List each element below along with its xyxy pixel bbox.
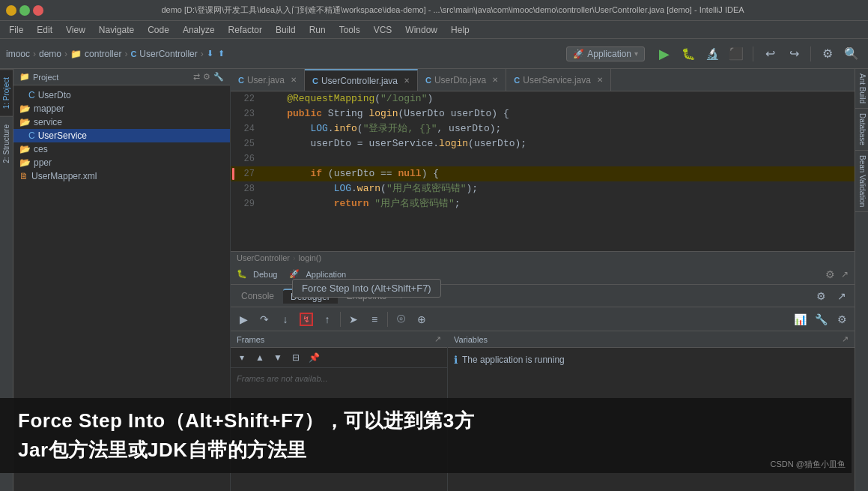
- toolbar-separator-2: [810, 46, 811, 61]
- tree-item-usermapper-xml[interactable]: 🗎 UserMapper.xml: [13, 169, 230, 183]
- sidebar-settings-icon[interactable]: 🔧: [213, 72, 224, 82]
- tab-userservice-java[interactable]: C UserService.java ✕: [506, 69, 611, 91]
- debug-app-label[interactable]: Application: [306, 270, 346, 279]
- memory-view-button[interactable]: 📊: [790, 310, 810, 329]
- breadcrumb-imooc[interactable]: imooc: [6, 49, 30, 59]
- menu-file[interactable]: File: [3, 23, 29, 37]
- java-class-icon: C: [312, 76, 318, 85]
- info-icon: ℹ: [454, 354, 458, 366]
- console-tab[interactable]: Console: [234, 289, 282, 303]
- run-with-coverage-button[interactable]: 🔬: [702, 43, 723, 64]
- frames-down-button[interactable]: ▼: [270, 349, 286, 366]
- close-tab-userdto[interactable]: ✕: [492, 76, 498, 84]
- step-out-button[interactable]: ↑: [318, 310, 337, 329]
- debug-separator-1: [340, 312, 341, 327]
- run-config-label: Application: [587, 49, 631, 59]
- tree-item-userdto[interactable]: C UserDto: [13, 88, 230, 102]
- run-to-cursor-button[interactable]: ➤: [344, 310, 363, 329]
- menu-vcs[interactable]: VCS: [368, 23, 398, 37]
- debug-settings-icon[interactable]: ⚙: [825, 268, 835, 280]
- menu-refactor[interactable]: Refactor: [222, 23, 268, 37]
- debug-button[interactable]: 🐛: [678, 43, 699, 64]
- tree-item-userservice[interactable]: C UserService: [13, 129, 230, 142]
- close-button[interactable]: [33, 5, 43, 16]
- undo-button[interactable]: ↩: [759, 43, 780, 64]
- database-tab[interactable]: Database: [855, 109, 868, 151]
- frames-toolbar: ▾ ▲ ▼ ⊟ 📌: [231, 348, 447, 368]
- menu-window[interactable]: Window: [399, 23, 443, 37]
- menu-run[interactable]: Run: [303, 23, 332, 37]
- frames-arrow-icon[interactable]: ↗: [434, 334, 441, 344]
- window-controls[interactable]: [6, 5, 43, 16]
- menu-build[interactable]: Build: [270, 23, 302, 37]
- evaluate-button[interactable]: ≡: [365, 310, 384, 329]
- frames-filter-button[interactable]: ⊟: [288, 349, 304, 366]
- menu-help[interactable]: Help: [445, 23, 476, 37]
- sidebar-sync-icon[interactable]: ⇄: [193, 72, 200, 82]
- editor-tab-bar: C User.java ✕ C UserController.java ✕ C …: [231, 69, 855, 91]
- sidebar-header: 📁 Project ⇄ ⚙ 🔧: [13, 69, 230, 85]
- app-running-status: ℹ The application is running: [454, 354, 849, 366]
- right-panel-tabs: Ant Build Database Bean Validation: [855, 69, 868, 491]
- tree-item-pper[interactable]: 📂 pper: [13, 156, 230, 169]
- menu-view[interactable]: View: [60, 23, 91, 37]
- menu-edit[interactable]: Edit: [31, 23, 58, 37]
- run-button[interactable]: ▶: [654, 43, 675, 64]
- debug-arrow-icon[interactable]: ↗: [841, 269, 849, 280]
- title-bar: demo [D:\登课网\开发工具\idea从入门到难不精通\workspace…: [0, 0, 868, 21]
- view-breakpoints-button[interactable]: ⊕: [412, 310, 431, 329]
- class-icon: C: [28, 90, 35, 100]
- tab-userdto-java[interactable]: C UserDto.java ✕: [418, 69, 506, 91]
- minimize-button[interactable]: [6, 5, 16, 16]
- breadcrumb-usercontroller[interactable]: UserController: [139, 49, 197, 59]
- sidebar-gear-icon[interactable]: ⚙: [203, 72, 210, 82]
- menu-navigate[interactable]: Navigate: [93, 23, 140, 37]
- menu-analyze[interactable]: Analyze: [177, 23, 221, 37]
- tree-item-mapper[interactable]: 📂 mapper: [13, 102, 230, 115]
- bean-validation-tab[interactable]: Bean Validation: [855, 151, 868, 212]
- code-line-22: 22 @RequestMapping("/login"): [231, 91, 855, 106]
- code-line-24: 24 LOG.info("登录开始, {}", userDto);: [231, 121, 855, 136]
- breadcrumb-controller[interactable]: controller: [85, 49, 121, 59]
- force-step-into-button[interactable]: ↯: [297, 310, 316, 329]
- run-config-selector[interactable]: 🚀 Application ▾: [566, 46, 645, 61]
- resume-button[interactable]: ▶: [234, 310, 253, 329]
- code-editor[interactable]: 22 @RequestMapping("/login") 23 public S…: [231, 91, 855, 251]
- mute-breakpoints-button[interactable]: ⦾: [391, 310, 410, 329]
- restore-layout-button[interactable]: 🔧: [811, 310, 831, 329]
- tree-item-ces[interactable]: 📂 ces: [13, 142, 230, 156]
- code-breadcrumb-method[interactable]: login(): [299, 253, 322, 262]
- close-tab-usercontroller[interactable]: ✕: [404, 76, 410, 85]
- code-breadcrumb-class[interactable]: UserController: [237, 253, 290, 262]
- ant-build-tab[interactable]: Ant Build: [855, 69, 868, 109]
- step-into-button[interactable]: ↓: [276, 310, 295, 329]
- settings-icon[interactable]: ⚙: [811, 286, 831, 306]
- menu-tools[interactable]: Tools: [333, 23, 366, 37]
- maximize-button[interactable]: [19, 5, 30, 16]
- tab-usercontroller-java[interactable]: C UserController.java ✕: [305, 69, 418, 91]
- breadcrumb-demo[interactable]: demo: [39, 49, 61, 59]
- debugger-tab[interactable]: Debugger: [283, 289, 338, 304]
- stop-button[interactable]: ⬛: [726, 43, 747, 64]
- endpoints-tab[interactable]: Endpoints: [339, 289, 394, 303]
- tab-user-java[interactable]: C User.java ✕: [231, 69, 305, 91]
- redo-button[interactable]: ↪: [783, 43, 804, 64]
- search-everywhere-button[interactable]: 🔍: [841, 43, 862, 64]
- frames-up-button[interactable]: ▲: [252, 349, 268, 366]
- menu-code[interactable]: Code: [142, 23, 175, 37]
- code-line-26: 26: [231, 151, 855, 166]
- structure-tab[interactable]: 2: Structure: [0, 116, 13, 171]
- settings-button-2[interactable]: ⚙: [832, 310, 852, 329]
- tree-item-service[interactable]: 📂 service: [13, 115, 230, 129]
- step-over-button[interactable]: ↷: [255, 310, 274, 329]
- add-tab-button[interactable]: +: [398, 292, 403, 301]
- maximize-panel-button[interactable]: ↗: [832, 286, 852, 306]
- subtitle-overlay: Force Step Into（Alt+Shift+F7），可以进到第3方 Ja…: [0, 398, 852, 473]
- project-tab[interactable]: 1: Project: [0, 69, 13, 116]
- close-tab-userservice[interactable]: ✕: [597, 76, 603, 84]
- close-tab-user[interactable]: ✕: [291, 76, 297, 84]
- settings-button[interactable]: ⚙: [817, 43, 838, 64]
- frames-pin-button[interactable]: 📌: [306, 349, 322, 366]
- variables-arrow-icon[interactable]: ↗: [842, 334, 849, 344]
- frames-dropdown-button[interactable]: ▾: [234, 349, 250, 366]
